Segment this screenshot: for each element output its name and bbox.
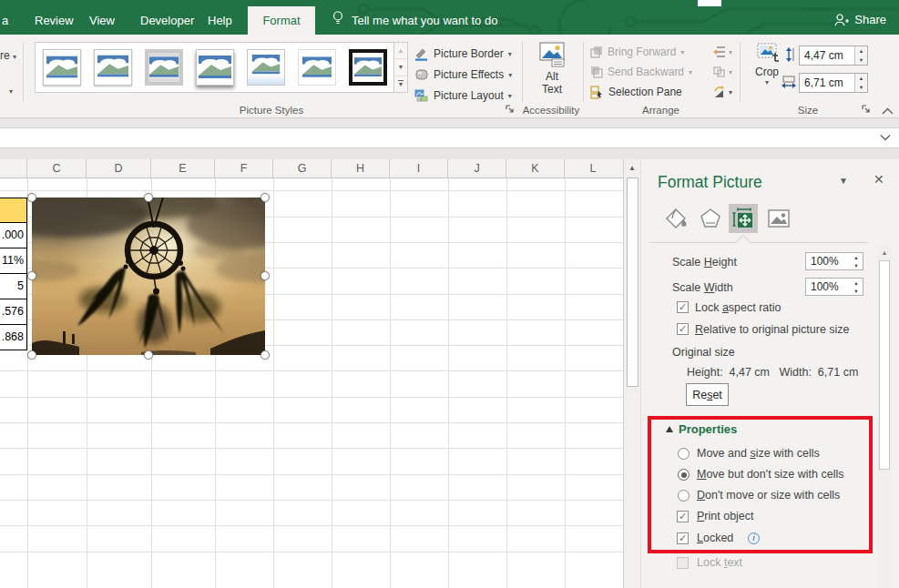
lock-text-label: Lock text <box>697 556 742 569</box>
resize-handle-s[interactable] <box>144 350 153 360</box>
scale-width-spinner[interactable]: ▲▼ <box>850 279 863 295</box>
scroll-up-arrow-icon[interactable]: ▲ <box>877 246 892 259</box>
tab-help[interactable]: Help <box>195 9 245 35</box>
gallery-scroll-up-button[interactable]: ▲ <box>394 43 407 59</box>
picture-style-thumbnail[interactable] <box>145 49 183 86</box>
selected-picture-dreamcatcher[interactable] <box>32 198 265 355</box>
resize-handle-n[interactable] <box>144 193 153 202</box>
picture-style-thumbnail[interactable] <box>196 49 234 86</box>
print-object-checkbox[interactable]: ✓ <box>677 511 689 522</box>
collapse-triangle-icon[interactable] <box>666 426 673 432</box>
align-objects-button[interactable]: ▾ <box>712 43 732 61</box>
picture-style-thumbnail[interactable] <box>43 49 81 86</box>
column-header[interactable]: I <box>390 159 448 177</box>
cell[interactable]: .868 <box>0 325 27 350</box>
gallery-more-button[interactable]: ▼ <box>394 76 407 92</box>
resize-handle-sw[interactable] <box>27 350 36 360</box>
spin-down-icon[interactable]: ▼ <box>855 56 867 65</box>
picture-style-thumbnail[interactable] <box>298 49 336 86</box>
width-spinner[interactable]: ▲▼ <box>854 74 867 92</box>
spin-down-icon[interactable]: ▼ <box>855 83 867 92</box>
column-header[interactable]: K <box>506 159 565 177</box>
spin-down-icon[interactable]: ▼ <box>850 287 863 295</box>
column-header[interactable]: L <box>565 159 621 177</box>
shape-height-field[interactable]: 4,47 cm ▲▼ <box>799 46 868 66</box>
lock-aspect-ratio-checkbox[interactable]: ✓ <box>677 301 689 313</box>
cell[interactable]: 11% <box>0 248 27 274</box>
tab-effects[interactable] <box>696 204 725 233</box>
locked-checkbox[interactable]: ✓ <box>677 532 689 544</box>
spin-up-icon[interactable]: ▲ <box>855 46 867 56</box>
height-spinner[interactable]: ▲▼ <box>854 46 867 65</box>
collapse-ribbon-chevron-icon[interactable] <box>882 107 894 115</box>
info-icon[interactable]: i <box>748 532 760 544</box>
column-header[interactable]: G <box>273 159 332 177</box>
alt-text-button[interactable]: Alt Text <box>531 42 573 96</box>
spin-up-icon[interactable]: ▲ <box>850 279 863 287</box>
pane-vertical-scrollbar[interactable]: ▲ <box>877 246 892 588</box>
picture-style-thumbnail[interactable] <box>94 49 132 86</box>
relative-size-checkbox[interactable]: ✓ <box>677 323 689 335</box>
resize-handle-e[interactable] <box>261 271 270 280</box>
radio-dont-move-size[interactable] <box>678 490 690 502</box>
share-button[interactable]: Share <box>834 8 886 32</box>
expand-formula-bar-chevron-icon[interactable] <box>880 134 891 141</box>
picture-style-thumbnail[interactable] <box>349 49 387 86</box>
scroll-up-arrow-icon[interactable]: ▲ <box>624 159 640 176</box>
spin-up-icon[interactable]: ▲ <box>850 253 863 261</box>
resize-handle-nw[interactable] <box>27 193 36 202</box>
send-backward-button[interactable]: Send Backward▾ <box>590 63 692 81</box>
spin-up-icon[interactable]: ▲ <box>855 74 867 83</box>
cell[interactable]: .000 <box>0 223 27 248</box>
resize-handle-se[interactable] <box>261 350 270 360</box>
size-dialog-launcher[interactable] <box>861 104 872 115</box>
close-icon[interactable]: ✕ <box>873 172 884 187</box>
column-header[interactable]: J <box>448 159 506 177</box>
column-header[interactable]: F <box>215 159 273 177</box>
group-objects-button[interactable]: ▾ <box>712 63 732 81</box>
cut-off-dropdown chevron-down-icon[interactable]: ▾ <box>9 87 13 96</box>
column-header[interactable]: E <box>151 159 215 177</box>
tab-size-properties-selected[interactable] <box>729 204 758 233</box>
scrollbar-thumb[interactable] <box>627 177 638 387</box>
cell[interactable]: 5 <box>0 274 27 299</box>
column-header[interactable]: D <box>87 159 151 177</box>
cut-off-button[interactable]: re ▾ <box>0 49 16 62</box>
scale-height-field[interactable]: 100% ▲▼ <box>805 252 863 270</box>
cell[interactable]: .576 <box>0 299 27 325</box>
tab-picture[interactable] <box>764 204 793 233</box>
column-header-partial[interactable] <box>0 159 27 177</box>
picture-style-thumbnail[interactable] <box>247 49 285 86</box>
gallery-scroll-down-button[interactable]: ▼ <box>394 59 407 76</box>
scrollbar-thumb[interactable] <box>879 260 890 470</box>
resize-handle-w[interactable] <box>27 271 36 280</box>
tab-fill-line[interactable] <box>661 204 690 233</box>
scale-height-spinner[interactable]: ▲▼ <box>850 253 863 269</box>
formula-bar[interactable] <box>0 127 899 148</box>
spin-down-icon[interactable]: ▼ <box>850 261 863 269</box>
tab-view[interactable]: View <box>77 9 128 35</box>
column-header[interactable]: H <box>332 159 390 177</box>
rotate-objects-button[interactable]: ▾ <box>712 83 732 101</box>
radio-move-and-size[interactable] <box>678 448 690 460</box>
resize-handle-ne[interactable] <box>261 193 270 202</box>
picture-border-button[interactable]: Picture Border▾ <box>414 44 512 64</box>
selection-pane-button[interactable]: Selection Pane <box>590 83 682 101</box>
picture-effects-button[interactable]: Picture Effects▾ <box>414 65 512 85</box>
tell-me-box[interactable]: Tell me what you want to do <box>352 9 497 33</box>
crop-button[interactable]: Crop ▾ <box>749 42 785 86</box>
grid-vertical-scrollbar[interactable]: ▲ <box>623 159 640 588</box>
radio-move-dont-size[interactable] <box>678 469 690 481</box>
properties-section-title[interactable]: Properties <box>679 422 737 436</box>
tab-partial[interactable]: a <box>0 9 21 35</box>
tab-format-active[interactable]: Format <box>248 6 315 35</box>
column-header[interactable]: C <box>27 159 87 177</box>
pane-menu chevron-down-icon[interactable]: ▼ <box>839 176 848 186</box>
bring-forward-button[interactable]: Bring Forward▾ <box>590 43 684 61</box>
reset-button[interactable]: Reset <box>686 383 729 406</box>
scale-width-field[interactable]: 100% ▲▼ <box>805 278 863 296</box>
picture-layout-button[interactable]: Picture Layout▾ <box>414 86 512 106</box>
cell-highlighted-yellow[interactable] <box>0 198 27 223</box>
shape-width-field[interactable]: 6,71 cm ▲▼ <box>799 73 868 93</box>
locked-label: Locked <box>697 532 733 544</box>
